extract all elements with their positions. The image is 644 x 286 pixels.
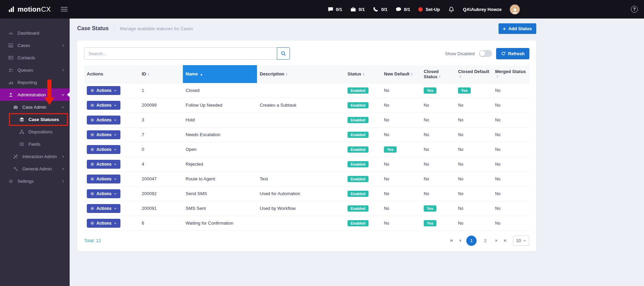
page-2-button[interactable]: 2 [480,236,490,246]
cell-status: Enabled [345,186,381,201]
channel-counters: 0/1 0/1 0/1 0/1 [328,7,410,12]
sidebar-item-label: Cases [17,43,30,48]
column-header-merged-status[interactable]: Merged Status▴▾ [492,65,529,83]
first-page-icon[interactable] [449,238,454,243]
sidebar-item-dispositions[interactable]: Dispositions [0,126,70,138]
main-content: Case Status Manage available statuses fo… [77,19,536,251]
cell-actions: Actions [84,112,139,127]
avatar[interactable] [510,4,520,14]
cell-merged-status: No [492,83,529,98]
row-actions-button[interactable]: Actions [87,145,120,154]
setup-status[interactable]: Set-Up [418,7,440,12]
prev-page-icon[interactable] [458,238,463,243]
counter-chat[interactable]: 0/1 [328,7,342,12]
chevron-down-icon [523,239,526,242]
row-actions-button[interactable]: Actions [87,189,120,198]
column-header-id[interactable]: ID▴▾ [139,65,183,83]
user-name[interactable]: QA\Aubrey Howze [463,7,502,12]
cell-new-default: No [381,83,421,98]
page-size-select[interactable]: 10 [513,236,529,246]
description-value: Used by Workflow [260,206,296,211]
cell-value: No [495,191,500,196]
cell-value: No [458,132,463,137]
sidebar-item-reporting[interactable]: Reporting [0,76,70,88]
cell-id: 7 [139,127,183,142]
bell-icon[interactable] [448,6,455,13]
sidebar-item-settings[interactable]: Settings [0,175,70,187]
row-actions-button[interactable]: Actions [87,219,120,228]
briefcase-icon [350,7,356,12]
column-header-new-default[interactable]: New Default▴▾ [381,65,421,83]
add-status-button[interactable]: + Add Status [499,23,536,34]
column-header-closed-status[interactable]: Closed Status▴▾ [421,65,455,83]
table-row: Actions 4 Rejected Enabled No No No No [84,157,529,171]
chevron-right-icon [61,167,65,171]
column-header-description[interactable]: Description▴▾ [257,65,345,83]
cell-description: Test [257,171,345,186]
cell-value: No [458,147,463,152]
sidebar-item-label: Case Statuses [28,117,59,122]
help-icon[interactable]: ? [631,6,638,13]
sidebar-item-general-admin[interactable]: General Admin [0,163,70,175]
row-actions-button[interactable]: Actions [87,116,120,124]
column-header-closed-default[interactable]: Closed Default▴▾ [455,65,492,83]
counter-phone[interactable]: 0/1 [373,7,387,12]
cell-merged-status: No [492,157,529,171]
id-value: 3 [142,117,144,122]
column-header-status[interactable]: Status▴▾ [345,65,381,83]
menu-toggle-icon[interactable] [60,7,68,12]
sidebar-item-contacts[interactable]: Contacts [0,51,70,64]
row-actions-button[interactable]: Actions [87,204,120,213]
counter-comment[interactable]: 0/1 [396,7,410,12]
id-value: 6 [142,221,144,226]
sidebar-item-case-statuses[interactable]: Case Statuses [0,113,70,126]
table-header-row: Actions ID▴▾ Name▲ Description▴▾ Status▴… [84,65,529,83]
gear-icon [90,88,94,93]
search-input[interactable] [84,47,277,60]
counter-briefcase[interactable]: 0/1 [350,7,365,12]
sidebar-item-dashboard[interactable]: Dashboard [0,27,70,39]
sidebar-item-administration[interactable]: Administration [0,88,70,101]
cell-id: 200091 [139,201,183,216]
cell-actions: Actions [84,157,139,171]
show-disabled-toggle[interactable] [479,50,492,57]
search-button[interactable] [277,47,290,60]
cell-closed-default: No [455,142,492,157]
toggle-knob [480,51,485,56]
name-value: Rejected [186,162,203,167]
row-actions-button[interactable]: Actions [87,101,120,110]
cell-value: No [384,221,389,226]
logo-icon [8,6,15,13]
sidebar-item-queues[interactable]: Queues [0,64,70,76]
row-actions-button[interactable]: Actions [87,175,120,183]
sidebar-item-cases[interactable]: Cases [0,39,70,51]
counter-value: 0/1 [336,7,342,12]
cell-value: No [458,162,463,167]
sidebar-item-fields[interactable]: Fields [0,138,70,150]
row-actions-button[interactable]: Actions [87,86,120,95]
case-admin-icon [13,105,18,110]
table-footer: Total: 12 12 10 [84,236,529,246]
row-actions-button[interactable]: Actions [87,130,120,139]
column-label: Closed Status [424,69,438,79]
last-page-icon[interactable] [502,238,507,243]
refresh-button[interactable]: Refresh [496,48,529,59]
page-1-button[interactable]: 1 [466,236,477,246]
sidebar-item-case-admin[interactable]: Case Admin [0,101,70,113]
cell-name: Rejected [183,157,257,171]
chevron-down-icon [61,105,65,109]
cell-closed-default: No [455,186,492,201]
cell-closed-default: No [455,201,492,216]
cell-value: No [458,118,463,122]
sidebar-item-label: Reporting [17,80,37,85]
column-header-name[interactable]: Name▲ [183,65,257,83]
row-actions-button[interactable]: Actions [87,160,120,169]
app-logo[interactable]: motionCX [8,5,51,13]
sidebar-item-label: Queues [17,68,33,73]
column-header-actions: Actions [84,65,139,83]
cell-description [257,127,345,142]
next-page-icon[interactable] [494,238,499,243]
phone-icon [373,7,379,12]
administration-icon [8,92,13,97]
sidebar-item-interaction-admin[interactable]: Interaction Admin [0,150,70,163]
